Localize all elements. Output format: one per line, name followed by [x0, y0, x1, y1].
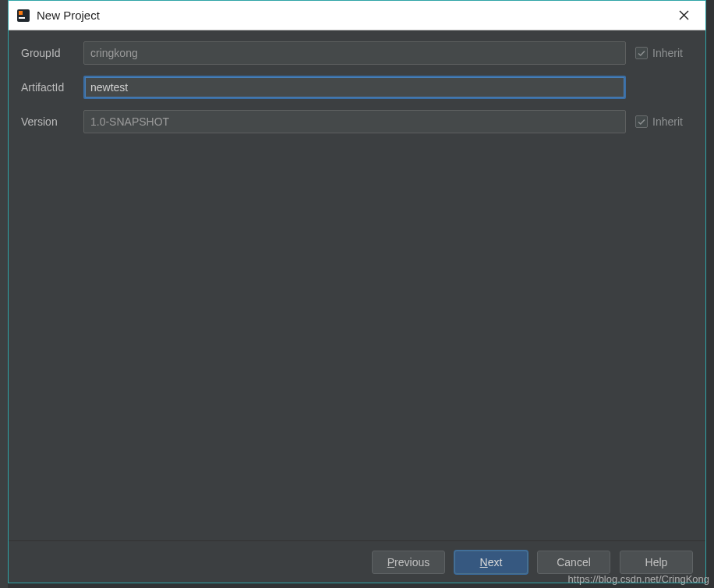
line-gutter: [0, 0, 8, 588]
artifactid-input[interactable]: [83, 76, 626, 99]
artifactid-row: ArtifactId: [21, 76, 693, 99]
button-label: Cancel: [557, 556, 591, 569]
button-label: Help: [645, 556, 668, 569]
mnemonic: P: [387, 556, 394, 569]
new-project-dialog: New Project GroupId Inherit ArtifactId: [8, 0, 706, 583]
svg-rect-1: [19, 11, 23, 15]
dialog-content: GroupId Inherit ArtifactId Version Inher…: [9, 30, 705, 540]
version-row: Version Inherit: [21, 110, 693, 133]
inherit-label: Inherit: [652, 115, 683, 128]
cancel-button[interactable]: Cancel: [537, 551, 610, 574]
groupid-label: GroupId: [21, 47, 83, 59]
button-label-rest: revious: [394, 556, 429, 569]
svg-rect-2: [19, 17, 25, 19]
inherit-label: Inherit: [652, 47, 683, 59]
close-button[interactable]: [668, 1, 699, 30]
checkbox-icon: [635, 115, 648, 128]
previous-button[interactable]: Previous: [372, 551, 445, 574]
groupid-row: GroupId Inherit: [21, 41, 693, 65]
groupid-input[interactable]: [83, 41, 626, 65]
close-icon: [679, 10, 689, 20]
groupid-inherit[interactable]: Inherit: [626, 47, 693, 59]
button-label-rest: ext: [488, 556, 503, 569]
checkbox-icon: [635, 47, 648, 59]
help-button[interactable]: Help: [620, 551, 693, 574]
artifactid-label: ArtifactId: [21, 81, 83, 94]
window-title: New Project: [37, 9, 668, 22]
version-inherit[interactable]: Inherit: [626, 115, 693, 128]
version-input[interactable]: [83, 110, 626, 133]
title-bar[interactable]: New Project: [9, 1, 705, 30]
version-label: Version: [21, 115, 83, 128]
next-button[interactable]: Next: [454, 551, 528, 574]
app-icon: [16, 9, 30, 23]
mnemonic: N: [480, 556, 488, 569]
watermark-text: https://blog.csdn.net/CringKong: [568, 573, 709, 585]
